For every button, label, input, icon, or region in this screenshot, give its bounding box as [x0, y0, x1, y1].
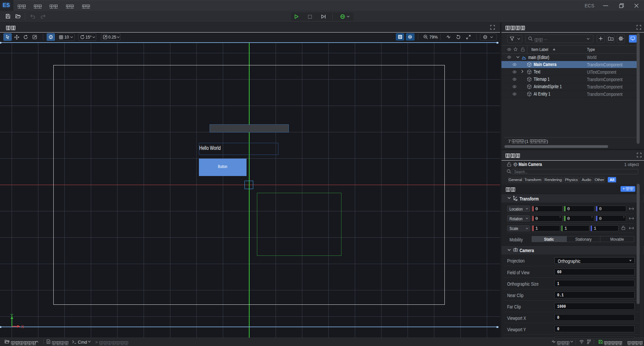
svg-text:X: X	[21, 325, 24, 329]
svg-text:Y: Y	[10, 313, 13, 318]
